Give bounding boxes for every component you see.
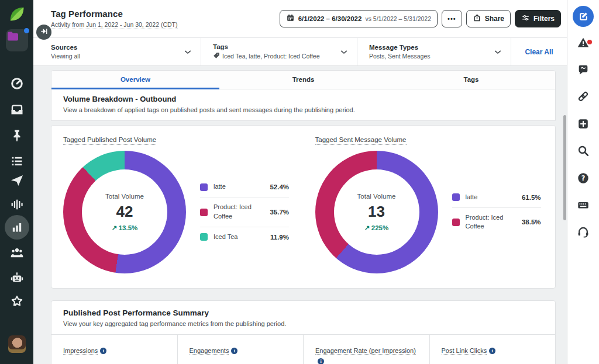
left-rail-item-list[interactable] bbox=[10, 154, 24, 168]
more-options-button[interactable]: ••• bbox=[442, 10, 462, 27]
right-rail-item-chat-bubble[interactable] bbox=[577, 63, 590, 78]
collapse-sidebar-button[interactable] bbox=[36, 25, 51, 40]
left-rail-item-audio-wave[interactable] bbox=[10, 197, 24, 212]
legend-label: latte bbox=[466, 193, 518, 202]
right-rail-item-plus-square[interactable] bbox=[577, 117, 590, 133]
left-rail-item-people[interactable] bbox=[10, 245, 24, 259]
metric-column: Engagement Rate (per Impression)i bbox=[303, 335, 429, 364]
people-icon bbox=[10, 245, 24, 259]
left-rail-item-bar-chart[interactable] bbox=[5, 215, 29, 240]
left-rail-item-paper-plane[interactable] bbox=[10, 174, 24, 188]
left-rail-item-pin[interactable] bbox=[10, 129, 24, 143]
legend-swatch bbox=[200, 209, 208, 216]
legend-label: Product: Iced Coffee bbox=[214, 203, 266, 221]
tab-trends[interactable]: Trends bbox=[219, 71, 387, 89]
metric-label[interactable]: Engagement Rate (per Impression)i bbox=[315, 347, 416, 364]
metric-label[interactable]: Impressionsi bbox=[63, 347, 106, 354]
page-header: Tag Performance Activity from Jun 1, 202… bbox=[33, 0, 567, 37]
share-button[interactable]: Share bbox=[466, 10, 511, 27]
left-rail-item-robot[interactable] bbox=[10, 271, 24, 285]
chart-body: Total Volume 42 ↗ 13.5% latte 52.4% Prod… bbox=[63, 151, 292, 273]
bar-chart-icon bbox=[10, 220, 24, 234]
link-icon bbox=[577, 95, 590, 105]
star-person-icon bbox=[10, 294, 24, 308]
legend-item[interactable]: latte 52.4% bbox=[200, 177, 289, 197]
plus-square-icon bbox=[577, 122, 590, 132]
chart-title[interactable]: Tagged Sent Message Volume bbox=[315, 136, 407, 145]
trend-up-arrow-icon: ↗ bbox=[364, 224, 370, 231]
summary-metrics-row: Impressionsi Engagementsi Engagement Rat… bbox=[51, 334, 555, 364]
sources-filter-text: Sources Viewing all bbox=[51, 44, 80, 60]
legend-swatch bbox=[200, 233, 208, 241]
legend-item[interactable]: latte 61.5% bbox=[452, 188, 541, 207]
pin-icon bbox=[10, 129, 24, 143]
user-avatar bbox=[8, 335, 26, 353]
chevron-down-icon bbox=[493, 47, 502, 57]
left-rail-item-gauge[interactable] bbox=[10, 77, 24, 91]
sprout-logo bbox=[8, 5, 26, 23]
robot-icon bbox=[10, 271, 24, 285]
summary-title: Published Post Performance Summary bbox=[63, 308, 543, 317]
change-percent: ↗ 13.5% bbox=[112, 224, 138, 232]
share-button-label: Share bbox=[485, 15, 504, 23]
left-rail-item-smart-inbox-folder[interactable] bbox=[6, 29, 28, 51]
trend-up-arrow-icon: ↗ bbox=[112, 224, 118, 231]
info-icon[interactable]: i bbox=[318, 358, 324, 364]
calendar-icon bbox=[286, 13, 295, 25]
tab-overview[interactable]: Overview bbox=[51, 71, 219, 89]
legend-item[interactable]: Product: Iced Coffee 38.5% bbox=[452, 207, 541, 237]
vertical-scrollbar[interactable] bbox=[563, 115, 566, 220]
info-icon[interactable]: i bbox=[231, 348, 237, 354]
legend-item[interactable]: Iced Tea 11.9% bbox=[200, 227, 289, 247]
change-percent: ↗ 225% bbox=[364, 224, 388, 232]
left-rail-item-inbox[interactable] bbox=[10, 103, 24, 117]
donut-chart-section: Tagged Sent Message Volume Total Volume … bbox=[304, 126, 556, 288]
right-rail-item-warning[interactable] bbox=[577, 36, 590, 51]
metric-label[interactable]: Engagementsi bbox=[190, 347, 238, 354]
sources-filter[interactable]: Sources Viewing all bbox=[33, 38, 201, 65]
date-range-value: 6/1/2022 – 6/30/2022 bbox=[298, 15, 362, 22]
tags-filter[interactable]: Tags Iced Tea, latte, Product: Iced Coff… bbox=[201, 38, 357, 65]
svg-text:?: ? bbox=[581, 174, 586, 182]
notification-dot bbox=[24, 28, 29, 33]
right-rail-item-keyboard[interactable] bbox=[577, 199, 590, 214]
chart-legend: latte 52.4% Product: Iced Coffee 35.7% I… bbox=[200, 177, 289, 247]
chart-title[interactable]: Tagged Published Post Volume bbox=[63, 136, 156, 145]
folder-icon bbox=[6, 29, 28, 51]
message-types-filter[interactable]: Message Types Posts, Sent Messages bbox=[357, 38, 511, 65]
right-utility-rail: ? bbox=[567, 0, 599, 364]
metric-column: Impressionsi bbox=[51, 335, 177, 364]
chart-legend: latte 61.5% Product: Iced Coffee 38.5% bbox=[452, 188, 541, 237]
page-subtitle[interactable]: Activity from Jun 1, 2022 - Jun 30, 2022… bbox=[51, 21, 178, 29]
info-icon[interactable]: i bbox=[100, 348, 106, 354]
message-types-filter-label: Message Types bbox=[369, 44, 430, 51]
info-icon[interactable]: i bbox=[489, 348, 495, 354]
donut-chart[interactable]: Total Volume 42 ↗ 13.5% bbox=[63, 151, 186, 273]
filter-bar: Sources Viewing all Tags Iced Tea, latte… bbox=[33, 37, 567, 66]
left-rail-item-sprout-logo[interactable] bbox=[8, 5, 26, 23]
date-range-button[interactable]: 6/1/2022 – 6/30/2022 vs 5/1/2022 – 5/31/… bbox=[280, 10, 438, 27]
legend-percent: 61.5% bbox=[522, 194, 541, 201]
left-rail-item-user-avatar[interactable] bbox=[8, 335, 26, 353]
right-rail-item-help[interactable]: ? bbox=[577, 172, 590, 187]
total-volume-label: Total Volume bbox=[357, 193, 396, 200]
right-rail-item-search[interactable] bbox=[577, 144, 590, 160]
sources-filter-value: Viewing all bbox=[51, 53, 80, 60]
legend-item[interactable]: Product: Iced Coffee 35.7% bbox=[200, 197, 289, 227]
right-rail-item-link[interactable] bbox=[577, 90, 590, 105]
metric-label[interactable]: Post Link Clicksi bbox=[442, 347, 496, 354]
legend-label: Product: Iced Coffee bbox=[466, 213, 518, 232]
right-rail-item-compose[interactable] bbox=[573, 6, 594, 27]
filters-button[interactable]: Filters bbox=[515, 10, 561, 27]
left-rail-item-star-person[interactable] bbox=[10, 294, 24, 308]
clear-all-cell: Clear All bbox=[511, 38, 567, 65]
notification-dot bbox=[587, 40, 592, 44]
volume-breakdown-header: Volume Breakdown - Outbound View a break… bbox=[51, 89, 555, 120]
right-rail-item-headset[interactable] bbox=[577, 226, 590, 241]
tags-filter-text: Tags Iced Tea, latte, Product: Iced Coff… bbox=[213, 43, 320, 60]
volume-breakdown-description: View a breakdown of applied tags on publ… bbox=[63, 106, 543, 113]
donut-chart[interactable]: Total Volume 13 ↗ 225% bbox=[315, 151, 438, 273]
tab-tags[interactable]: Tags bbox=[387, 71, 555, 89]
clear-all-link[interactable]: Clear All bbox=[525, 48, 553, 56]
message-types-filter-value: Posts, Sent Messages bbox=[369, 53, 430, 60]
